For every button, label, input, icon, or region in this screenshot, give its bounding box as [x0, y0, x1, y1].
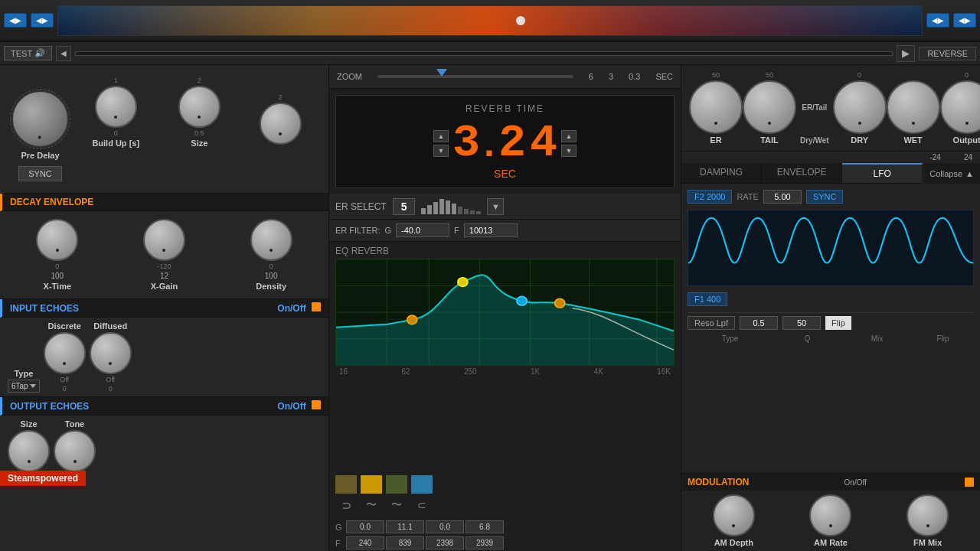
density-knob-group: 0 100 Density: [250, 219, 292, 291]
out-tone-knob[interactable]: [54, 430, 96, 472]
xgain-knob[interactable]: [143, 219, 185, 261]
reverb-down-right-btn[interactable]: ▼: [561, 145, 577, 157]
lfo-rate-value[interactable]: 5.00: [763, 190, 802, 204]
zoom-tick-3: 3: [609, 72, 613, 81]
type-dropdown[interactable]: 6Tap: [8, 380, 40, 393]
collapse-button[interactable]: Collapse ▲: [923, 163, 980, 184]
buildup-label: Build Up [s]: [92, 139, 139, 148]
xtime-knob[interactable]: [36, 219, 78, 261]
er-knob[interactable]: [689, 80, 743, 134]
eq-reverb-title: EQ REVERB: [335, 246, 675, 256]
er-dropdown[interactable]: ▼: [487, 198, 504, 215]
tab-envelope[interactable]: ENVELOPE: [762, 163, 842, 183]
eq-curve-svg: [336, 259, 674, 365]
top-bar: ◀▶ ◀▶ ◀▶ ◀▶: [0, 0, 980, 42]
size-knob[interactable]: [178, 86, 220, 128]
modulation-indicator[interactable]: [965, 478, 974, 487]
eq-band-color-1[interactable]: [335, 475, 357, 494]
output-echoes-content: Size Tone: [0, 416, 328, 476]
input-echoes-content: Type 6Tap Discrete Off 0 Diffused Off: [0, 318, 328, 396]
eq-g-val-4[interactable]: [466, 520, 504, 533]
eq-f-val-4[interactable]: [466, 536, 504, 549]
er-filter-f-input[interactable]: [464, 223, 518, 237]
test-button[interactable]: TEST 🔊: [4, 46, 52, 60]
eq-shape-2[interactable]: 〜: [361, 496, 382, 514]
lfo-f2-value: 2000: [707, 192, 725, 201]
eq-node-2: [517, 296, 527, 305]
blue-btn-1[interactable]: ◀▶: [4, 13, 27, 28]
waveform-handle[interactable]: [516, 16, 525, 25]
eq-f-val-1[interactable]: [346, 536, 384, 549]
reverse-button[interactable]: REVERSE: [919, 47, 976, 60]
tab-damping[interactable]: DAMPING: [681, 163, 762, 183]
eq-g-val-1[interactable]: [346, 520, 384, 533]
xtime-knob-group: 0 100 X-Time: [36, 219, 78, 291]
lfo-f2-label: F2: [694, 192, 704, 201]
modulation-onoff: On/Off: [844, 478, 867, 487]
blue-btn-3[interactable]: ◀▶: [926, 13, 949, 28]
size2-knob[interactable]: [260, 103, 302, 145]
er-select-value[interactable]: 5: [393, 198, 416, 215]
zoom-tick-03: 0.3: [629, 72, 640, 81]
reverb-up-btn[interactable]: ▲: [433, 130, 449, 142]
eq-shape-4[interactable]: ⊂: [411, 496, 433, 514]
eq-band-color-4[interactable]: [411, 475, 433, 494]
speaker-icon: 🔊: [34, 48, 45, 58]
am-rate-knob[interactable]: [809, 494, 851, 536]
fm-mix-knob[interactable]: [906, 494, 949, 536]
tail-knob[interactable]: [743, 80, 796, 134]
decay-knobs-row: 0 100 X-Time -120 12 X-Gain 0 100 Densit…: [0, 211, 328, 298]
out-size-knob[interactable]: [8, 430, 50, 472]
eq-f-val-3[interactable]: [426, 536, 464, 549]
transport-slider[interactable]: [75, 51, 893, 56]
discrete-knob[interactable]: [44, 332, 86, 374]
buildup-top-val: 1: [114, 77, 118, 84]
output-echoes-indicator[interactable]: [312, 400, 321, 409]
test-label: TEST: [11, 49, 32, 58]
eq-band-color-3[interactable]: [386, 475, 407, 494]
dry-knob[interactable]: [833, 80, 887, 134]
eq-g-val-2[interactable]: [386, 520, 424, 533]
reverb-digit-3: 4: [530, 120, 557, 166]
lfo-f1-value: 400: [707, 295, 720, 304]
output-knob[interactable]: [940, 80, 980, 134]
zoom-slider[interactable]: [377, 69, 573, 84]
q-value[interactable]: 0.5: [740, 316, 778, 330]
decay-envelope-header: DECAY ENVELOPE: [0, 194, 328, 211]
lfo-wave-svg: [688, 210, 973, 285]
sync-button[interactable]: SYNC: [18, 166, 62, 181]
reverb-up-right-btn[interactable]: ▲: [561, 130, 577, 142]
am-depth-knob[interactable]: [713, 494, 755, 536]
er-filter-g-input[interactable]: [396, 223, 449, 237]
flip-button[interactable]: Flip: [825, 316, 851, 330]
blue-btn-2[interactable]: ◀▶: [31, 13, 54, 28]
buildup-bot-val: 0: [114, 129, 118, 137]
tab-lfo[interactable]: LFO: [842, 163, 923, 183]
eq-f-val-2[interactable]: [386, 536, 424, 549]
lfo-f1-badge[interactable]: F1 400: [688, 292, 727, 306]
reverb-down-btn[interactable]: ▼: [433, 145, 449, 157]
er-bar-8: [464, 209, 469, 214]
reso-lpf-button[interactable]: Reso Lpf: [688, 316, 735, 330]
play-button[interactable]: ▶: [897, 45, 915, 62]
eq-band-color-2[interactable]: [361, 475, 382, 494]
wet-knob[interactable]: [887, 80, 940, 134]
input-echoes-indicator[interactable]: [312, 302, 321, 311]
lfo-f2-badge[interactable]: F2 2000: [688, 190, 732, 204]
pre-delay-knob[interactable]: [11, 90, 69, 148]
freq-250: 250: [464, 367, 477, 376]
type-group: Type 6Tap: [8, 369, 40, 393]
eq-g-val-3[interactable]: [426, 520, 464, 533]
eq-shape-3[interactable]: 〜: [386, 496, 407, 514]
mix-value[interactable]: 50: [782, 316, 821, 330]
nav-left-arrow[interactable]: ◀: [56, 46, 71, 61]
buildup-knob[interactable]: [95, 86, 137, 128]
eq-shape-1[interactable]: ⊃: [335, 496, 357, 514]
density-knob[interactable]: [250, 219, 292, 261]
diffused-knob[interactable]: [90, 332, 132, 374]
blue-btn-4[interactable]: ◀▶: [953, 13, 976, 28]
eq-f-row: F: [329, 535, 681, 551]
lfo-sync-button[interactable]: SYNC: [806, 190, 844, 204]
dry-knob-group: 0 DRY: [833, 71, 887, 145]
freq-4k: 4K: [594, 367, 603, 376]
